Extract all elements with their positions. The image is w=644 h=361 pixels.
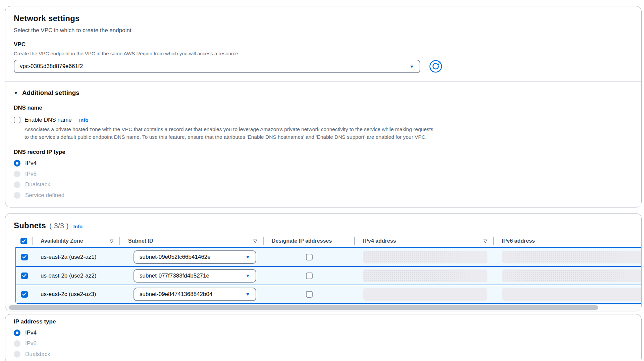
subnet-id-select[interactable]: subnet-09e84741368842b04 ▼ (133, 288, 256, 301)
enable-dns-name-row: Enable DNS name Info (14, 117, 633, 123)
column-label: Availability Zone (41, 238, 83, 244)
designate-ip-checkbox[interactable] (306, 273, 313, 279)
row-checkbox[interactable] (21, 273, 28, 279)
radio-option-ipv4[interactable]: IPv4 (14, 329, 633, 337)
ip-address-type-card: IP address type IPv4 IPv6 Dualstack (5, 314, 642, 361)
availability-zone-value: us-east-2b (use2-az2) (33, 273, 96, 279)
radio-label: Service defined (25, 192, 64, 199)
ipv6-address-cell (494, 269, 642, 282)
subnet-id-select[interactable]: subnet-077f7383fd4b5271e ▼ (133, 269, 256, 283)
vpc-select[interactable]: vpc-0305d38d879e661f2 ▼ (14, 60, 420, 73)
dns-name-label: DNS name (14, 105, 633, 111)
designate-ip-checkbox[interactable] (306, 291, 313, 298)
row-select-cell (16, 291, 33, 298)
table-row: us-east-2a (use2-az1) subnet-09e052fc66b… (16, 248, 641, 266)
sort-icon[interactable]: ▽ (253, 238, 257, 244)
radio-option-ipv4[interactable]: IPv4 (14, 160, 633, 167)
chevron-down-icon: ▼ (245, 255, 250, 259)
row-select-cell (16, 254, 33, 260)
vpc-row: vpc-0305d38d879e661f2 ▼ (14, 60, 633, 73)
refresh-icon (429, 69, 442, 74)
subnet-id-cell: subnet-077f7383fd4b5271e ▼ (120, 269, 264, 283)
ip-address-type-group: IPv4 IPv6 Dualstack (14, 329, 633, 358)
subnet-id-select[interactable]: subnet-09e052fc66b41462e ▼ (133, 250, 256, 264)
ipv6-address-input-disabled (502, 251, 642, 263)
radio-label: Dualstack (25, 351, 50, 358)
horizontal-scrollbar-thumb[interactable] (9, 305, 598, 310)
network-settings-card: Network settings Select the VPC in which… (5, 6, 642, 207)
row-checkbox[interactable] (21, 254, 28, 260)
network-settings-title: Network settings (14, 14, 633, 23)
subnet-id-cell: subnet-09e052fc66b41462e ▼ (120, 250, 264, 264)
subnet-id-value: subnet-09e052fc66b41462e (140, 254, 211, 260)
dns-record-ip-type-group: IPv4 IPv6 Dualstack Service defined (14, 160, 633, 199)
radio-icon (14, 181, 20, 188)
designate-ip-cell (264, 291, 355, 298)
ipv4-address-cell (355, 251, 494, 263)
ipv6-address-cell (494, 288, 642, 301)
chevron-down-icon: ▼ (245, 274, 250, 278)
select-all-checkbox[interactable] (20, 238, 27, 244)
radio-option-ipv6: IPv6 (14, 170, 633, 178)
designate-ip-cell (264, 254, 355, 260)
row-select-cell (16, 273, 33, 279)
subnet-id-value: subnet-077f7383fd4b5271e (140, 273, 209, 279)
additional-settings-expander[interactable]: ▼ Additional settings (14, 89, 633, 97)
radio-icon[interactable] (14, 160, 20, 167)
table-row: us-east-2c (use2-az3) subnet-09e84741368… (16, 285, 641, 303)
header-cell-subnet-id: Subnet ID ▽ (119, 237, 263, 245)
subnets-card: Subnets ( 3/3 ) Info Availability Zone ▽… (5, 213, 642, 311)
ipv4-address-cell (355, 288, 494, 301)
vpc-label: VPC (14, 41, 633, 48)
subnets-table-header: Availability Zone ▽ Subnet ID ▽ Designat… (15, 235, 641, 247)
subnets-info-link[interactable]: Info (73, 224, 83, 229)
availability-zone-value: us-east-2a (use2-az1) (33, 254, 96, 260)
radio-icon (14, 351, 20, 358)
row-checkbox[interactable] (21, 291, 28, 298)
section-divider (5, 81, 641, 82)
horizontal-scrollbar-track[interactable] (5, 304, 641, 311)
availability-zone-value: us-east-2c (use2-az3) (33, 291, 96, 298)
vpc-selected-value: vpc-0305d38d879e661f2 (20, 63, 83, 70)
ipv6-address-cell (494, 251, 642, 263)
radio-label: IPv4 (25, 160, 37, 167)
subnet-id-value: subnet-09e84741368842b04 (140, 291, 212, 298)
header-cell-designate-ip: Designate IP addresses (263, 237, 354, 245)
subnets-title: Subnets (14, 221, 46, 230)
sort-icon[interactable]: ▽ (110, 238, 113, 244)
column-label: Subnet ID (128, 238, 153, 244)
network-settings-subtitle: Select the VPC in which to create the en… (14, 27, 633, 34)
ipv6-address-input-disabled (502, 288, 642, 301)
availability-zone-cell: us-east-2b (use2-az2) (33, 273, 120, 279)
enable-dns-name-checkbox[interactable] (14, 117, 20, 123)
additional-settings-title: Additional settings (22, 89, 79, 97)
radio-label: Dualstack (25, 181, 50, 188)
radio-icon[interactable] (14, 329, 20, 336)
radio-option-dualstack: Dualstack (14, 181, 633, 188)
radio-icon (14, 192, 20, 199)
sort-icon[interactable]: ▽ (483, 238, 487, 244)
radio-label: IPv6 (25, 340, 37, 347)
subnets-table: Availability Zone ▽ Subnet ID ▽ Designat… (15, 235, 641, 304)
ip-address-type-label: IP address type (14, 318, 633, 325)
subnet-id-cell: subnet-09e84741368842b04 ▼ (120, 288, 264, 301)
dns-name-description: Associates a private hosted zone with th… (24, 125, 434, 141)
ipv4-address-input-disabled (363, 251, 487, 263)
column-label: IPv6 address (502, 238, 535, 244)
vpc-description: Create the VPC endpoint in the VPC in th… (14, 51, 633, 56)
ipv4-address-input-disabled (363, 269, 487, 282)
header-cell-select-all (15, 237, 32, 245)
radio-option-ipv6: IPv6 (14, 340, 633, 347)
designate-ip-checkbox[interactable] (306, 254, 313, 260)
designate-ip-cell (264, 273, 355, 279)
dns-name-info-link[interactable]: Info (79, 117, 89, 123)
ipv6-address-input-disabled (502, 269, 642, 282)
refresh-button[interactable] (429, 60, 442, 73)
radio-icon (14, 171, 20, 177)
ipv4-address-input-disabled (363, 288, 487, 301)
radio-option-service-defined: Service defined (14, 192, 633, 199)
radio-label: IPv6 (25, 171, 37, 177)
enable-dns-name-checkbox-label: Enable DNS name (24, 117, 72, 123)
header-cell-availability-zone: Availability Zone ▽ (32, 237, 119, 245)
chevron-down-icon: ▼ (245, 292, 250, 296)
